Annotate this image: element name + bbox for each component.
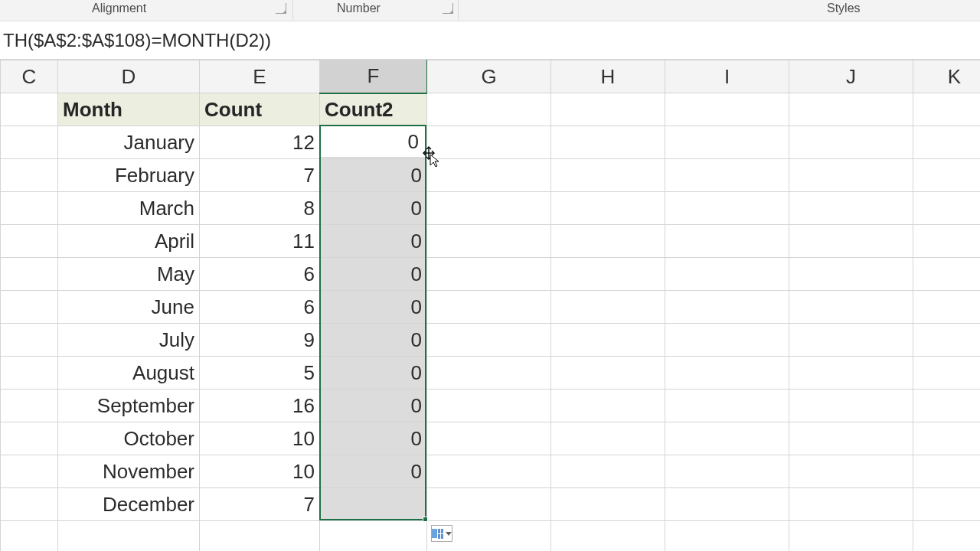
cell-count[interactable]: 11 [200, 225, 320, 258]
autofill-options-button[interactable] [431, 525, 452, 542]
cell-month[interactable]: May [58, 258, 200, 291]
table-row[interactable]: August50 [1, 357, 981, 390]
cell[interactable] [551, 324, 665, 357]
cell[interactable] [789, 291, 913, 324]
cell[interactable] [789, 455, 913, 488]
cell[interactable] [913, 390, 981, 422]
cell[interactable] [1, 488, 58, 521]
cell[interactable] [320, 521, 427, 552]
cell[interactable] [427, 455, 551, 488]
cell-month[interactable]: October [58, 422, 200, 455]
cell[interactable] [665, 357, 789, 390]
active-cell[interactable]: 0 [321, 126, 425, 157]
col-header-F[interactable]: F [320, 60, 427, 93]
cell[interactable] [789, 159, 913, 192]
column-header-row[interactable]: C D E F G H I J K [1, 60, 981, 93]
cell[interactable] [789, 225, 913, 258]
col-header-I[interactable]: I [665, 60, 789, 93]
cell[interactable] [1, 258, 58, 291]
cell-month[interactable]: November [58, 455, 200, 488]
header-month[interactable]: Month [58, 93, 200, 126]
table-row[interactable]: March80 [1, 192, 981, 225]
cell[interactable] [1, 225, 58, 258]
table-row[interactable]: December7 [1, 488, 981, 521]
cell[interactable] [551, 357, 665, 390]
cell-month[interactable]: September [58, 390, 200, 422]
cell[interactable] [551, 225, 665, 258]
cell[interactable] [1, 159, 58, 192]
cell-count2[interactable]: 0 [320, 258, 427, 291]
cell[interactable] [789, 422, 913, 455]
col-header-K[interactable]: K [913, 60, 981, 93]
cell-month[interactable]: January [58, 126, 200, 159]
cell-count[interactable]: 6 [200, 258, 320, 291]
cell[interactable] [913, 357, 981, 390]
cell-count[interactable]: 5 [200, 357, 320, 390]
cell[interactable] [789, 126, 913, 159]
cell[interactable] [789, 390, 913, 422]
cell-count[interactable]: 7 [200, 159, 320, 192]
cell-count[interactable]: 7 [200, 488, 320, 521]
cell[interactable] [789, 488, 913, 521]
cell[interactable] [913, 291, 981, 324]
cell[interactable] [1, 422, 58, 455]
cell[interactable] [913, 258, 981, 291]
cell[interactable] [427, 488, 551, 521]
cell-count[interactable]: 16 [200, 390, 320, 422]
cell-count2[interactable]: 0 [320, 422, 427, 455]
cell[interactable] [789, 258, 913, 291]
cell[interactable] [551, 126, 665, 159]
table-row[interactable]: July90 [1, 324, 981, 357]
header-count[interactable]: Count [200, 93, 320, 126]
cell[interactable] [665, 390, 789, 422]
table-row[interactable]: Month Count Count2 [1, 93, 981, 126]
cell[interactable] [913, 225, 981, 258]
cell[interactable] [789, 192, 913, 225]
cell[interactable] [1, 126, 58, 159]
spreadsheet-grid[interactable]: C D E F G H I J K Month Count Count2 [0, 60, 980, 551]
col-header-C[interactable]: C [1, 60, 58, 93]
cell[interactable] [427, 390, 551, 422]
cell-count[interactable]: 10 [200, 422, 320, 455]
cell[interactable] [551, 455, 665, 488]
cell[interactable] [200, 521, 320, 552]
cell[interactable] [427, 192, 551, 225]
cell-month[interactable]: April [58, 225, 200, 258]
cell-count2[interactable]: 0 [320, 225, 427, 258]
cell-month[interactable]: July [58, 324, 200, 357]
cell[interactable] [551, 291, 665, 324]
cell[interactable] [789, 521, 913, 552]
cell-count2[interactable]: 0 [320, 357, 427, 390]
cell[interactable] [913, 488, 981, 521]
cell[interactable] [665, 488, 789, 521]
cell[interactable] [1, 324, 58, 357]
table-row[interactable] [1, 521, 981, 552]
cell[interactable] [58, 521, 200, 552]
cell[interactable] [789, 93, 913, 126]
table-row[interactable]: January120 [1, 126, 981, 159]
cell-month[interactable]: March [58, 192, 200, 225]
cell-month[interactable]: February [58, 159, 200, 192]
cell-count2[interactable]: 0 [320, 159, 427, 192]
cell[interactable] [789, 324, 913, 357]
cell-count2[interactable]: 0 [320, 455, 427, 488]
cell[interactable] [551, 159, 665, 192]
cell[interactable] [913, 324, 981, 357]
cell[interactable] [1, 93, 58, 126]
cell[interactable] [665, 258, 789, 291]
table-row[interactable]: September160 [1, 390, 981, 422]
cell[interactable] [665, 455, 789, 488]
cell[interactable] [913, 192, 981, 225]
cell-count[interactable]: 10 [200, 455, 320, 488]
cell[interactable] [665, 93, 789, 126]
cell-count2[interactable] [320, 488, 427, 521]
cell[interactable] [551, 258, 665, 291]
cell[interactable] [913, 159, 981, 192]
cell[interactable] [551, 488, 665, 521]
cell[interactable] [913, 93, 981, 126]
cell[interactable] [427, 258, 551, 291]
cell-count[interactable]: 9 [200, 324, 320, 357]
cell[interactable] [427, 93, 551, 126]
table-row[interactable]: June60 [1, 291, 981, 324]
cell[interactable] [427, 357, 551, 390]
